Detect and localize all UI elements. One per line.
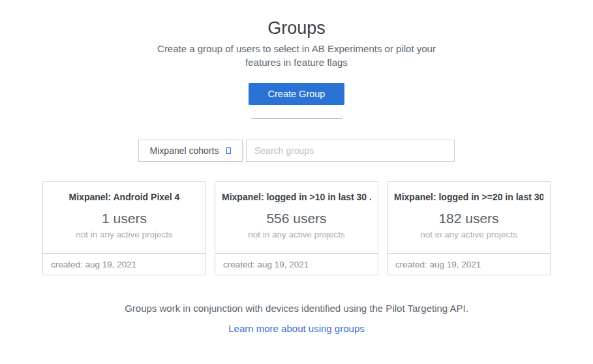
- group-card-body: Mixpanel: logged in >=20 in last 30... 1…: [388, 182, 550, 253]
- group-card-title: Mixpanel: logged in >=20 in last 30...: [394, 191, 543, 203]
- group-projects-status: not in any active projects: [394, 229, 543, 240]
- group-users-count: 556 users: [222, 211, 371, 226]
- create-group-button[interactable]: Create Group: [249, 83, 345, 105]
- group-card-body: Mixpanel: logged in >10 in last 30 ... 5…: [215, 182, 378, 253]
- group-card[interactable]: Mixpanel: logged in >=20 in last 30... 1…: [387, 181, 551, 275]
- section-divider: [251, 118, 342, 119]
- search-groups-input[interactable]: [246, 140, 455, 162]
- group-users-count: 182 users: [394, 211, 543, 226]
- group-card[interactable]: Mixpanel: logged in >10 in last 30 ... 5…: [215, 181, 378, 275]
- group-card-title: Mixpanel: logged in >10 in last 30 ...: [222, 191, 371, 203]
- group-card[interactable]: Mixpanel: Android Pixel 4 1 users not in…: [42, 181, 206, 275]
- dropdown-indicator-icon: [226, 147, 231, 154]
- group-card-body: Mixpanel: Android Pixel 4 1 users not in…: [43, 182, 205, 253]
- group-created-date: created: aug 19, 2021: [388, 253, 550, 275]
- group-users-count: 1 users: [50, 211, 199, 226]
- learn-more-link[interactable]: Learn more about using groups: [0, 322, 593, 335]
- group-cards-row: Mixpanel: Android Pixel 4 1 users not in…: [0, 181, 593, 275]
- group-created-date: created: aug 19, 2021: [43, 253, 205, 275]
- cohort-source-dropdown[interactable]: Mixpanel cohorts: [138, 140, 243, 162]
- groups-page: Groups Create a group of users to select…: [0, 0, 593, 335]
- cohort-dropdown-value: Mixpanel cohorts: [150, 145, 219, 156]
- group-card-title: Mixpanel: Android Pixel 4: [50, 191, 199, 203]
- filter-controls: Mixpanel cohorts: [0, 140, 593, 162]
- group-projects-status: not in any active projects: [222, 229, 371, 240]
- page-subtitle: Create a group of users to select in AB …: [157, 42, 437, 69]
- footer-info-text: Groups work in conjunction with devices …: [0, 302, 593, 315]
- group-created-date: created: aug 19, 2021: [215, 253, 378, 275]
- page-title: Groups: [0, 18, 593, 38]
- group-projects-status: not in any active projects: [50, 229, 199, 240]
